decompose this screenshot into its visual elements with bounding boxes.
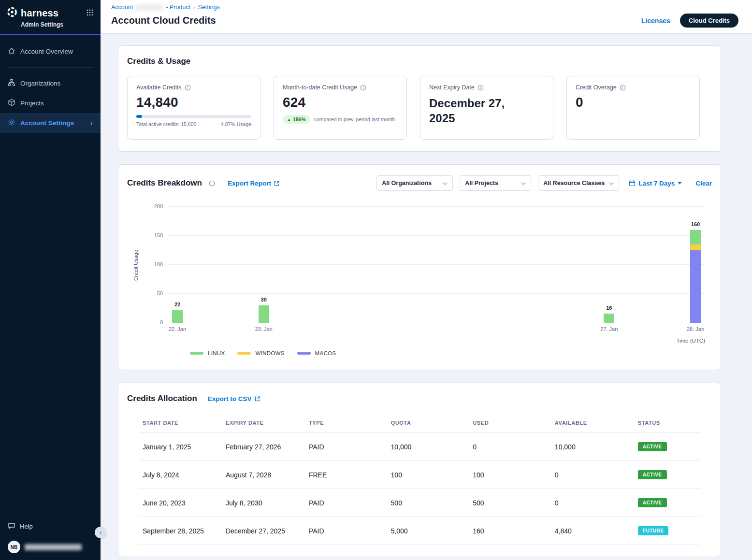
help-label: Help: [20, 523, 33, 530]
brand-block: harness Admin Settings: [7, 7, 63, 29]
column-header-used: USED: [469, 414, 551, 433]
cell-status: ACTIVE: [634, 433, 700, 461]
sidebar-item-organizations[interactable]: Organizations: [0, 73, 101, 93]
column-header-quota: QUOTA: [387, 414, 469, 433]
module-switcher-icon[interactable]: [86, 9, 94, 18]
mtd-compare-note: compared to prev. period last month: [314, 116, 395, 122]
breadcrumb: Account - Product › Settings: [111, 4, 738, 11]
next-expiry-value: December 27, 2025: [429, 96, 521, 126]
projects-filter[interactable]: All Projects: [460, 175, 531, 191]
x-tick-label: 27. Jan: [600, 326, 618, 332]
allocation-body: January 1, 2025February 27, 2026PAID10,0…: [139, 433, 700, 545]
organizations-filter[interactable]: All Organizations: [376, 175, 453, 191]
legend-item-windows[interactable]: WINDOWS: [237, 350, 284, 356]
date-range-picker[interactable]: Last 7 Days: [629, 180, 682, 187]
available-credits-label: Available Credits: [136, 84, 182, 91]
export-report-link[interactable]: Export Report: [228, 180, 280, 187]
next-expiry-card: Next Expiry Date December 27, 2025: [420, 76, 553, 140]
cell-type: PAID: [305, 489, 387, 517]
legend-item-macos[interactable]: MACOS: [297, 350, 336, 356]
y-tick-label: 100: [154, 261, 163, 267]
chart-bar-27-jan[interactable]: [604, 314, 614, 323]
chart-bar-22-jan[interactable]: [172, 310, 183, 323]
user-row[interactable]: NB: [7, 535, 94, 553]
breadcrumb-product-link[interactable]: - Product: [166, 4, 190, 11]
breadcrumb-settings-link[interactable]: Settings: [198, 4, 220, 11]
sidebar-item-account-overview[interactable]: Account Overview: [0, 42, 101, 61]
cell-quota: 5,000: [387, 517, 469, 545]
info-icon[interactable]: [209, 180, 215, 187]
table-row[interactable]: January 1, 2025February 27, 2026PAID10,0…: [139, 433, 700, 461]
cell-used: 100: [469, 461, 551, 489]
cell-available: 4,840: [551, 517, 634, 545]
trend-badge: ▲186%: [283, 115, 310, 124]
legend-item-linux[interactable]: LINUX: [190, 350, 225, 356]
sidebar-item-account-settings[interactable]: Account Settings ›: [0, 113, 101, 133]
cell-expiry_date: February 27, 2026: [222, 433, 305, 461]
info-icon[interactable]: [620, 85, 626, 91]
bar-segment-linux: [690, 230, 701, 244]
info-icon[interactable]: [360, 85, 366, 91]
external-link-icon: [254, 396, 260, 402]
avatar[interactable]: NB: [8, 541, 20, 553]
info-icon[interactable]: [477, 85, 484, 91]
sidebar-item-label: Account Overview: [20, 48, 73, 55]
total-active-credits: Total active credits: 15,600: [136, 121, 196, 127]
chevron-down-icon: [443, 180, 448, 187]
table-row[interactable]: September 28, 2025December 27, 2025PAID5…: [139, 517, 700, 545]
cell-expiry_date: August 7, 2028: [222, 461, 305, 489]
breadcrumb-account-link[interactable]: Account: [111, 4, 133, 11]
cell-available: 0: [551, 461, 634, 489]
cell-status: ACTIVE: [634, 489, 700, 517]
next-expiry-label: Next Expiry Date: [429, 84, 475, 91]
cell-status: ACTIVE: [634, 461, 700, 489]
credits-usage-card: Credits & Usage Available Credits 14,840: [118, 45, 721, 152]
allocation-table-wrap: START DATEEXPIRY DATETYPEQUOTAUSEDAVAILA…: [139, 414, 700, 545]
cell-status: FUTURE: [634, 517, 700, 545]
bar-segment-windows: [690, 244, 701, 250]
export-csv-link[interactable]: Export to CSV: [208, 395, 260, 402]
cell-available: 0: [551, 489, 634, 517]
cell-start_date: July 8, 2024: [139, 461, 222, 489]
bar-total-label: 22: [174, 302, 180, 307]
brand-name: harness: [21, 8, 58, 19]
cell-quota: 10,000: [387, 433, 469, 461]
bar-segment-macos: [690, 250, 701, 323]
cell-used: 500: [469, 489, 551, 517]
bar-total-label: 160: [691, 221, 700, 227]
sidebar-item-projects[interactable]: Projects: [0, 93, 101, 113]
legend-swatch: [190, 352, 203, 355]
chat-bubble-icon: [8, 522, 15, 531]
org-chart-icon: [8, 79, 15, 88]
licenses-link[interactable]: Licenses: [641, 17, 670, 25]
sidebar-collapse-toggle[interactable]: ‹: [95, 527, 106, 538]
resource-classes-filter[interactable]: All Resource Classes: [538, 175, 619, 191]
y-tick-label: 150: [154, 232, 163, 238]
table-row[interactable]: July 8, 2024August 7, 2028FREE1001000ACT…: [139, 461, 700, 489]
mtd-usage-label: Month-to-date Credit Usage: [283, 84, 357, 91]
column-header-status: STATUS: [634, 414, 700, 433]
chart-bar-28-jan[interactable]: [690, 230, 701, 323]
table-row[interactable]: June 20, 2023July 8, 2030PAID5005000ACTI…: [139, 489, 700, 517]
help-button[interactable]: Help: [7, 518, 94, 535]
app-window: harness Admin Settings Account Overview: [0, 0, 752, 560]
external-link-icon: [274, 180, 280, 187]
column-header-available: AVAILABLE: [551, 414, 634, 433]
cell-quota: 500: [387, 489, 469, 517]
info-icon[interactable]: [185, 85, 191, 91]
clear-filters-link[interactable]: Clear: [695, 180, 712, 187]
cell-start_date: June 20, 2023: [139, 489, 222, 517]
chart-bar-23-jan[interactable]: [259, 305, 269, 323]
sidebar-item-label: Organizations: [20, 80, 60, 87]
mtd-usage-value: 624: [283, 95, 398, 110]
legend-swatch: [297, 352, 311, 355]
credits-progress-fill: [136, 115, 142, 118]
status-badge: FUTURE: [638, 526, 669, 535]
bar-segment-linux: [604, 314, 614, 323]
cell-type: PAID: [305, 433, 387, 461]
redacted-account-name: [136, 4, 163, 11]
cell-available: 10,000: [551, 433, 634, 461]
bar-segment-linux: [172, 310, 183, 323]
gridline: [168, 235, 705, 236]
cloud-credits-button[interactable]: Cloud Credits: [680, 14, 738, 28]
